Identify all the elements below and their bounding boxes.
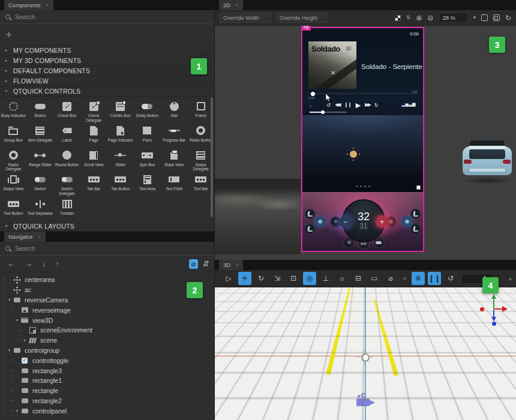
axis-gizmo[interactable]	[480, 295, 508, 326]
section-default-components[interactable]: ▸DEFAULT COMPONENTS	[0, 66, 214, 76]
camera-gizmo[interactable]	[356, 393, 377, 407]
component-item-switch-delegate[interactable]: Switch Delegate	[53, 172, 80, 197]
zoom-selection-icon[interactable]	[493, 14, 500, 21]
reset-particles-button[interactable]: ↺	[444, 272, 457, 285]
tree-item-sceneenvironment[interactable]: sceneEnvironment	[0, 325, 214, 335]
music-player-section[interactable]: 0:00 Soldado Sí ✕ Soldado - Serpiente 0:…	[302, 28, 423, 115]
component-item-dial[interactable]: Dial	[161, 99, 188, 124]
component-item-tumbler[interactable]: Tumbler	[53, 197, 80, 221]
move-tool[interactable]: ✛	[238, 272, 251, 285]
background-color-toggle[interactable]	[395, 15, 401, 21]
component-item-busy-indicator[interactable]: Busy Indicator	[0, 99, 27, 124]
visibility-toggle-icon[interactable]: ⌀	[189, 259, 198, 269]
previous-icon[interactable]: ◀◀	[335, 103, 340, 107]
section-qtquick-controls[interactable]: ▾QTQUICK CONTROLS	[0, 86, 214, 97]
override-width-input[interactable]	[220, 13, 271, 23]
seat-heat-left-top-button[interactable]	[305, 209, 315, 219]
phone-artboard-bg[interactable]: bg 0:00 Soldado Sí ✕ Soldado - Serpiente…	[301, 27, 424, 252]
component-item-tab-button[interactable]: Tab Button	[107, 172, 134, 197]
overflow-right-icon[interactable]: »	[508, 275, 512, 282]
select-tool[interactable]: ▷	[222, 272, 235, 285]
visibility-toggle-tool[interactable]: ⌀	[384, 272, 397, 285]
tree-item-controlpanel[interactable]: ▾controlpanel	[0, 406, 214, 416]
temp-plus-button[interactable]: +	[376, 215, 388, 228]
back-icon[interactable]: ←	[7, 260, 15, 268]
tree-item-controlgroup[interactable]: ▾controlgroup	[0, 346, 214, 356]
component-item-group-box[interactable]: Group Box	[0, 124, 27, 148]
component-item-range-slider[interactable]: Range Slider	[27, 148, 54, 173]
edit-light-tool[interactable]: ☼	[335, 272, 349, 285]
seat-heat-right-top-button[interactable]	[410, 209, 421, 219]
section-my-3d-components[interactable]: ▸MY 3D COMPONENTS	[0, 56, 214, 66]
repeat-icon[interactable]: ↻	[374, 103, 379, 108]
component-item-round-button[interactable]: Round Button	[53, 148, 80, 173]
section-flowview[interactable]: ▸FLOWVIEW	[0, 76, 214, 86]
zoom-level-select[interactable]: 28 %	[439, 13, 467, 23]
tree-item-rectangle3[interactable]: rectangle3	[0, 365, 214, 376]
next-icon[interactable]: ▶▶	[365, 103, 370, 107]
selection-handle[interactable]	[416, 185, 421, 190]
chevron-right-icon[interactable]: ▸	[22, 338, 28, 343]
component-item-tool-button[interactable]: Tool Button	[0, 197, 27, 221]
light-gizmo[interactable]	[357, 349, 373, 365]
component-item-tab-bar[interactable]: Tab Bar	[80, 172, 107, 197]
scale-tool[interactable]: ⇲	[271, 272, 284, 285]
local-orientation-toggle[interactable]: ◎	[303, 272, 316, 285]
tree-item-view3d[interactable]: ▾view3D	[0, 315, 214, 325]
forward-icon[interactable]: →	[25, 260, 32, 268]
section-qtquick-layouts[interactable]: ▾ QTQUICK LAYOUTS	[0, 221, 214, 232]
tree-item-reversecamera[interactable]: ▾reverseCamera	[0, 295, 214, 305]
component-item-check-box[interactable]: Check Box	[53, 99, 80, 124]
tab-3d[interactable]: 3D ✕	[219, 260, 243, 270]
component-item-combo-box[interactable]: Combo Box	[107, 99, 134, 124]
stepper-icon[interactable]: ⇅	[406, 15, 411, 20]
car-3d-render[interactable]	[460, 137, 515, 184]
component-item-button[interactable]: Button	[27, 99, 54, 124]
tree-item-reverseimage[interactable]: reverseimage	[0, 305, 214, 315]
components-scrollbar[interactable]	[211, 97, 213, 217]
override-height-input[interactable]	[276, 13, 328, 23]
landscape-image[interactable]	[215, 179, 301, 254]
add-component-button[interactable]: +	[5, 29, 12, 40]
component-item-label[interactable]: Label	[53, 124, 80, 148]
rotate-tool[interactable]: ↻	[254, 272, 268, 285]
chevron-down-icon[interactable]: ▾	[7, 348, 12, 353]
tree-item-centerarea[interactable]: centerarea	[0, 275, 214, 285]
move-down-icon[interactable]: ↓	[42, 260, 46, 268]
viewport-mode-tool[interactable]: ▭	[368, 272, 381, 285]
component-item-item-delegate[interactable]: Item Delegate	[27, 124, 54, 148]
component-item-page-indicator[interactable]: Page Indicator	[107, 124, 134, 148]
component-item-scroll-view[interactable]: Scroll View	[80, 148, 107, 173]
volume-knob[interactable]	[321, 110, 325, 114]
section-my-components[interactable]: ▸MY COMPONENTS	[0, 46, 214, 56]
3d-viewport[interactable]	[215, 287, 516, 420]
tab-navigator[interactable]: Navigator ✕	[4, 232, 46, 242]
components-search-input[interactable]	[15, 13, 209, 20]
volume-slider[interactable]	[310, 112, 347, 113]
reorder-icon[interactable]: ⇵	[203, 260, 209, 268]
move-up-icon[interactable]: ↑	[56, 260, 60, 268]
tree-item-ac[interactable]: ac	[0, 285, 214, 295]
tree-item-scene[interactable]: ▸scene	[0, 335, 214, 346]
component-item-check-delegate[interactable]: Check Delegate	[80, 99, 107, 124]
zoom-in-icon[interactable]: ⊕	[416, 14, 422, 22]
play-icon[interactable]: ▶	[356, 102, 361, 109]
chevron-down-icon[interactable]: ▾	[7, 298, 12, 302]
edit-axis-tool[interactable]: ⊥	[319, 272, 332, 285]
navigator-search-input[interactable]	[15, 245, 209, 252]
chevron-down-icon[interactable]: ▾	[14, 409, 20, 413]
tree-item-rectangle[interactable]: rectangle	[0, 386, 214, 396]
component-item-pane[interactable]: Pane	[134, 124, 161, 148]
component-item-text-field[interactable]: Text Field	[161, 172, 188, 197]
edit-camera-tool[interactable]: ⊟	[352, 272, 365, 285]
close-icon[interactable]: ✕	[38, 235, 41, 239]
component-item-delay-button[interactable]: Delay Button	[134, 99, 161, 124]
tab-components[interactable]: Components ✕	[4, 0, 53, 10]
tree-item-rectangle1[interactable]: rectangle1	[0, 376, 214, 386]
pause-particles-button[interactable]: ❙❙	[428, 272, 441, 285]
chevron-down-icon[interactable]: ▾	[14, 318, 20, 323]
close-icon[interactable]: ✕	[46, 3, 49, 8]
climate-control-section[interactable]: ❄ ❄ − 32 31 + ❊ ❄ ≋ A/C	[302, 192, 423, 251]
component-item-switch[interactable]: Switch	[27, 172, 54, 197]
component-item-stack-view[interactable]: Stack View	[161, 148, 188, 173]
